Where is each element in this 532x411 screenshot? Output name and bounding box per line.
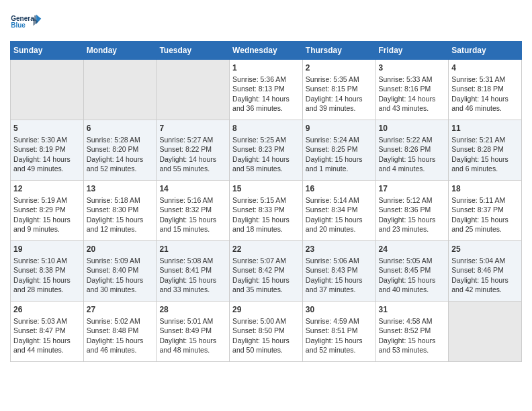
calendar-cell: 3Sunrise: 5:33 AMSunset: 8:16 PMDaylight… bbox=[375, 60, 449, 120]
calendar-cell: 9Sunrise: 5:24 AMSunset: 8:25 PMDaylight… bbox=[302, 120, 375, 181]
day-info: Sunrise: 5:30 AMSunset: 8:19 PMDaylight:… bbox=[13, 135, 81, 173]
day-number: 18 bbox=[451, 183, 519, 194]
calendar-cell: 20Sunrise: 5:09 AMSunset: 8:40 PMDayligh… bbox=[83, 241, 157, 302]
day-info: Sunrise: 5:31 AMSunset: 8:18 PMDaylight:… bbox=[451, 75, 519, 113]
day-number: 14 bbox=[159, 183, 226, 194]
calendar-cell: 7Sunrise: 5:27 AMSunset: 8:22 PMDaylight… bbox=[157, 120, 230, 181]
day-info: Sunrise: 5:05 AMSunset: 8:45 PMDaylight:… bbox=[379, 256, 446, 294]
day-number: 29 bbox=[232, 304, 300, 315]
calendar-week-4: 19Sunrise: 5:10 AMSunset: 8:38 PMDayligh… bbox=[11, 241, 522, 302]
day-info: Sunrise: 5:25 AMSunset: 8:23 PMDaylight:… bbox=[232, 135, 300, 173]
logo-svg: General Blue bbox=[10, 7, 44, 37]
day-number: 9 bbox=[306, 123, 373, 134]
calendar-week-2: 5Sunrise: 5:30 AMSunset: 8:19 PMDaylight… bbox=[11, 120, 522, 181]
header-day-tuesday: Tuesday bbox=[157, 42, 230, 60]
calendar-cell: 2Sunrise: 5:35 AMSunset: 8:15 PMDaylight… bbox=[302, 60, 375, 120]
day-info: Sunrise: 5:33 AMSunset: 8:16 PMDaylight:… bbox=[379, 75, 446, 113]
day-info: Sunrise: 5:22 AMSunset: 8:26 PMDaylight:… bbox=[379, 135, 446, 173]
header-day-saturday: Saturday bbox=[449, 42, 522, 60]
day-info: Sunrise: 5:36 AMSunset: 8:13 PMDaylight:… bbox=[232, 75, 300, 113]
calendar-cell: 13Sunrise: 5:18 AMSunset: 8:30 PMDayligh… bbox=[83, 181, 157, 241]
day-number: 10 bbox=[379, 123, 446, 134]
day-number: 17 bbox=[379, 183, 446, 194]
calendar-cell: 19Sunrise: 5:10 AMSunset: 8:38 PMDayligh… bbox=[11, 241, 84, 302]
day-number: 5 bbox=[13, 123, 81, 134]
calendar-cell: 17Sunrise: 5:12 AMSunset: 8:36 PMDayligh… bbox=[375, 181, 449, 241]
day-number: 19 bbox=[13, 244, 81, 255]
calendar-cell: 18Sunrise: 5:11 AMSunset: 8:37 PMDayligh… bbox=[449, 181, 522, 241]
day-info: Sunrise: 5:24 AMSunset: 8:25 PMDaylight:… bbox=[306, 135, 373, 173]
day-number: 27 bbox=[87, 304, 154, 315]
calendar-cell: 23Sunrise: 5:06 AMSunset: 8:43 PMDayligh… bbox=[302, 241, 375, 302]
day-info: Sunrise: 5:03 AMSunset: 8:47 PMDaylight:… bbox=[13, 316, 81, 355]
day-number: 22 bbox=[232, 244, 300, 255]
day-info: Sunrise: 5:21 AMSunset: 8:28 PMDaylight:… bbox=[451, 135, 519, 173]
calendar-header-row: SundayMondayTuesdayWednesdayThursdayFrid… bbox=[11, 42, 522, 60]
day-info: Sunrise: 5:14 AMSunset: 8:34 PMDaylight:… bbox=[306, 195, 373, 234]
day-number: 20 bbox=[87, 244, 154, 255]
calendar-cell: 6Sunrise: 5:28 AMSunset: 8:20 PMDaylight… bbox=[83, 120, 157, 181]
calendar-cell bbox=[449, 302, 522, 362]
day-info: Sunrise: 5:07 AMSunset: 8:42 PMDaylight:… bbox=[232, 256, 300, 294]
calendar-week-3: 12Sunrise: 5:19 AMSunset: 8:29 PMDayligh… bbox=[11, 181, 522, 241]
calendar-cell: 1Sunrise: 5:36 AMSunset: 8:13 PMDaylight… bbox=[230, 60, 303, 120]
calendar-week-1: 1Sunrise: 5:36 AMSunset: 8:13 PMDaylight… bbox=[11, 60, 522, 120]
calendar-cell: 15Sunrise: 5:15 AMSunset: 8:33 PMDayligh… bbox=[230, 181, 303, 241]
calendar-cell: 8Sunrise: 5:25 AMSunset: 8:23 PMDaylight… bbox=[230, 120, 303, 181]
day-number: 8 bbox=[232, 123, 300, 134]
day-number: 11 bbox=[451, 123, 519, 134]
calendar-cell: 25Sunrise: 5:04 AMSunset: 8:46 PMDayligh… bbox=[449, 241, 522, 302]
svg-text:Blue: Blue bbox=[11, 21, 26, 29]
day-number: 30 bbox=[306, 304, 373, 315]
day-number: 6 bbox=[87, 123, 154, 134]
day-number: 1 bbox=[232, 62, 300, 73]
calendar-table: SundayMondayTuesdayWednesdayThursdayFrid… bbox=[10, 41, 522, 362]
calendar-cell: 30Sunrise: 4:59 AMSunset: 8:51 PMDayligh… bbox=[302, 302, 375, 362]
day-number: 16 bbox=[306, 183, 373, 194]
day-number: 7 bbox=[159, 123, 226, 134]
calendar-cell: 4Sunrise: 5:31 AMSunset: 8:18 PMDaylight… bbox=[449, 60, 522, 120]
calendar-cell: 26Sunrise: 5:03 AMSunset: 8:47 PMDayligh… bbox=[11, 302, 84, 362]
day-info: Sunrise: 5:28 AMSunset: 8:20 PMDaylight:… bbox=[87, 135, 154, 173]
day-number: 13 bbox=[87, 183, 154, 194]
day-number: 26 bbox=[13, 304, 81, 315]
day-number: 25 bbox=[451, 244, 519, 255]
calendar-cell: 31Sunrise: 4:58 AMSunset: 8:52 PMDayligh… bbox=[375, 302, 449, 362]
header-day-sunday: Sunday bbox=[11, 42, 84, 60]
day-number: 23 bbox=[306, 244, 373, 255]
logo: General Blue bbox=[10, 7, 44, 37]
header-day-monday: Monday bbox=[83, 42, 157, 60]
calendar-cell: 14Sunrise: 5:16 AMSunset: 8:32 PMDayligh… bbox=[157, 181, 230, 241]
day-info: Sunrise: 5:00 AMSunset: 8:50 PMDaylight:… bbox=[232, 316, 300, 355]
day-info: Sunrise: 5:02 AMSunset: 8:48 PMDaylight:… bbox=[87, 316, 154, 355]
calendar-cell: 24Sunrise: 5:05 AMSunset: 8:45 PMDayligh… bbox=[375, 241, 449, 302]
day-info: Sunrise: 5:27 AMSunset: 8:22 PMDaylight:… bbox=[159, 135, 226, 173]
day-number: 12 bbox=[13, 183, 81, 194]
day-number: 28 bbox=[159, 304, 226, 315]
calendar-cell: 29Sunrise: 5:00 AMSunset: 8:50 PMDayligh… bbox=[230, 302, 303, 362]
day-number: 15 bbox=[232, 183, 300, 194]
calendar-cell: 10Sunrise: 5:22 AMSunset: 8:26 PMDayligh… bbox=[375, 120, 449, 181]
day-info: Sunrise: 5:06 AMSunset: 8:43 PMDaylight:… bbox=[306, 256, 373, 294]
calendar-cell: 11Sunrise: 5:21 AMSunset: 8:28 PMDayligh… bbox=[449, 120, 522, 181]
header: General Blue bbox=[10, 7, 522, 37]
day-info: Sunrise: 5:10 AMSunset: 8:38 PMDaylight:… bbox=[13, 256, 81, 294]
day-number: 2 bbox=[306, 62, 373, 73]
day-info: Sunrise: 5:11 AMSunset: 8:37 PMDaylight:… bbox=[451, 195, 519, 234]
calendar-cell bbox=[83, 60, 157, 120]
calendar-week-5: 26Sunrise: 5:03 AMSunset: 8:47 PMDayligh… bbox=[11, 302, 522, 362]
day-info: Sunrise: 5:12 AMSunset: 8:36 PMDaylight:… bbox=[379, 195, 446, 234]
day-number: 21 bbox=[159, 244, 226, 255]
day-info: Sunrise: 5:08 AMSunset: 8:41 PMDaylight:… bbox=[159, 256, 226, 294]
day-info: Sunrise: 5:04 AMSunset: 8:46 PMDaylight:… bbox=[451, 256, 519, 294]
day-info: Sunrise: 5:01 AMSunset: 8:49 PMDaylight:… bbox=[159, 316, 226, 355]
calendar-cell: 16Sunrise: 5:14 AMSunset: 8:34 PMDayligh… bbox=[302, 181, 375, 241]
day-info: Sunrise: 4:59 AMSunset: 8:51 PMDaylight:… bbox=[306, 316, 373, 355]
calendar-cell: 27Sunrise: 5:02 AMSunset: 8:48 PMDayligh… bbox=[83, 302, 157, 362]
day-info: Sunrise: 5:18 AMSunset: 8:30 PMDaylight:… bbox=[87, 195, 154, 234]
svg-text:General: General bbox=[11, 15, 36, 22]
calendar-cell: 12Sunrise: 5:19 AMSunset: 8:29 PMDayligh… bbox=[11, 181, 84, 241]
day-info: Sunrise: 4:58 AMSunset: 8:52 PMDaylight:… bbox=[379, 316, 446, 355]
day-info: Sunrise: 5:09 AMSunset: 8:40 PMDaylight:… bbox=[87, 256, 154, 294]
header-day-friday: Friday bbox=[375, 42, 449, 60]
